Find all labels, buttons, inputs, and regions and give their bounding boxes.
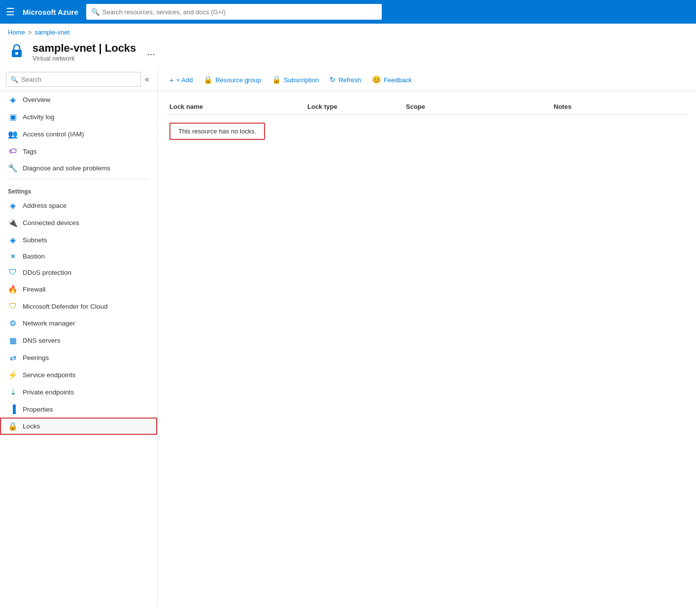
sidebar-item-label: Access control (IAM)	[23, 130, 84, 138]
global-search-input[interactable]	[102, 8, 377, 16]
col-lock-type: Lock type	[303, 103, 402, 110]
sidebar-item-locks[interactable]: 🔒 Locks	[0, 418, 157, 435]
toolbar: + + Add 🔒 Resource group 🔒 Subscription …	[158, 68, 696, 91]
sidebar-search-icon: 🔍	[10, 76, 18, 83]
service-endpoints-icon: ⚡	[8, 370, 18, 380]
page-title: sample-vnet | Locks	[33, 42, 136, 55]
sidebar-item-ddos-protection[interactable]: 🛡 DDoS protection	[0, 264, 157, 281]
no-locks-message: This resource has no locks.	[169, 123, 265, 140]
hamburger-menu[interactable]: ☰	[6, 6, 15, 18]
sidebar-item-connected-devices[interactable]: 🔌 Connected devices	[0, 214, 157, 231]
connected-devices-icon: 🔌	[8, 218, 18, 227]
sidebar-item-label: Address space	[23, 202, 66, 209]
breadcrumb-current[interactable]: sample-vnet	[34, 29, 69, 36]
breadcrumb: Home > sample-vnet	[0, 24, 696, 38]
col-lock-name: Lock name	[166, 103, 303, 110]
peerings-icon: ⇄	[8, 353, 18, 362]
refresh-icon: ↻	[330, 75, 336, 84]
breadcrumb-home[interactable]: Home	[8, 29, 25, 36]
sidebar-search-row: 🔍 «	[0, 68, 157, 91]
sidebar-item-diagnose[interactable]: 🔧 Diagnose and solve problems	[0, 160, 157, 177]
sidebar-item-label: DDoS protection	[23, 269, 71, 276]
add-icon: +	[169, 76, 174, 84]
sidebar-item-access-control[interactable]: 👥 Access control (IAM)	[0, 126, 157, 143]
sidebar-item-properties[interactable]: ▐ Properties	[0, 401, 157, 418]
resource-group-icon: 🔒	[203, 75, 213, 84]
private-endpoints-icon: ⇣	[8, 388, 18, 397]
sidebar-item-label: Service endpoints	[23, 371, 75, 379]
app-title: Microsoft Azure	[23, 8, 78, 16]
feedback-icon: 😊	[372, 75, 381, 84]
ms-defender-icon: 🛡	[8, 302, 18, 311]
col-scope: Scope	[402, 103, 550, 110]
sidebar-item-overview[interactable]: ◈ Overview	[0, 91, 157, 108]
sidebar-item-dns-servers[interactable]: ▦ DNS servers	[0, 332, 157, 349]
subnets-icon: ◈	[8, 235, 18, 245]
refresh-label: Refresh	[338, 76, 361, 84]
sidebar-item-label: Microsoft Defender for Cloud	[23, 303, 108, 310]
global-search-icon: 🔍	[91, 8, 99, 16]
ddos-icon: 🛡	[8, 268, 18, 277]
firewall-icon: 🔥	[8, 285, 18, 294]
sidebar-item-tags[interactable]: 🏷 Tags	[0, 143, 157, 160]
sidebar-item-label: Subnets	[23, 236, 47, 244]
diagnose-icon: 🔧	[8, 163, 18, 173]
sidebar-item-address-space[interactable]: ◈ Address space	[0, 197, 157, 214]
global-search-box[interactable]: 🔍	[86, 4, 382, 20]
page-header: sample-vnet | Locks Virtual network ...	[0, 38, 696, 68]
sidebar-item-label: Peerings	[23, 354, 49, 361]
sidebar: 🔍 « ◈ Overview ▣ Activity log 👥 Access c…	[0, 68, 158, 605]
sidebar-item-label: Locks	[23, 422, 40, 430]
sidebar-item-label: Diagnose and solve problems	[23, 164, 110, 172]
locks-icon: 🔒	[8, 421, 18, 431]
properties-icon: ▐	[8, 405, 18, 414]
add-label: + Add	[176, 76, 193, 84]
feedback-label: Feedback	[384, 76, 412, 84]
access-control-icon: 👥	[8, 130, 18, 139]
sidebar-item-peerings[interactable]: ⇄ Peerings	[0, 349, 157, 366]
col-notes: Notes	[550, 103, 688, 110]
sidebar-item-label: Bastion	[23, 253, 45, 260]
sidebar-search-box[interactable]: 🔍	[6, 72, 141, 87]
sidebar-item-private-endpoints[interactable]: ⇣ Private endpoints	[0, 384, 157, 401]
svg-rect-1	[15, 52, 18, 55]
page-header-text: sample-vnet | Locks Virtual network	[33, 42, 136, 62]
sidebar-item-subnets[interactable]: ◈ Subnets	[0, 231, 157, 249]
table-header: Lock name Lock type Scope Notes	[166, 99, 688, 115]
sidebar-item-label: DNS servers	[23, 337, 61, 344]
sidebar-item-label: Firewall	[23, 286, 46, 293]
table-area: Lock name Lock type Scope Notes This res…	[158, 91, 696, 140]
settings-section-label: Settings	[0, 181, 157, 197]
sidebar-item-label: Connected devices	[23, 219, 79, 227]
sidebar-item-label: Overview	[23, 96, 50, 103]
more-options-button[interactable]: ...	[147, 46, 155, 58]
dns-servers-icon: ▦	[8, 336, 18, 345]
subscription-button[interactable]: 🔒 Subscription	[268, 73, 323, 87]
sidebar-item-network-manager[interactable]: ⚙ Network manager	[0, 315, 157, 332]
sidebar-collapse-button[interactable]: «	[143, 74, 151, 85]
top-bar: ☰ Microsoft Azure 🔍	[0, 0, 696, 24]
overview-icon: ◈	[8, 95, 18, 104]
resource-group-button[interactable]: 🔒 Resource group	[199, 73, 265, 87]
sidebar-item-label: Activity log	[23, 113, 55, 121]
page-header-icon	[8, 42, 26, 60]
resource-group-label: Resource group	[215, 76, 261, 84]
sidebar-item-ms-defender[interactable]: 🛡 Microsoft Defender for Cloud	[0, 298, 157, 315]
breadcrumb-separator: >	[28, 29, 32, 36]
sidebar-item-label: Tags	[23, 148, 37, 155]
page-subtitle: Virtual network	[33, 55, 136, 62]
feedback-button[interactable]: 😊 Feedback	[368, 73, 416, 87]
bastion-icon: ✕	[8, 253, 18, 260]
sidebar-item-label: Network manager	[23, 320, 75, 327]
subscription-label: Subscription	[284, 76, 319, 84]
sidebar-search-input[interactable]	[21, 76, 136, 83]
sidebar-item-service-endpoints[interactable]: ⚡ Service endpoints	[0, 366, 157, 384]
sidebar-item-label: Private endpoints	[23, 389, 74, 396]
network-manager-icon: ⚙	[8, 319, 18, 328]
add-button[interactable]: + + Add	[166, 73, 197, 87]
sidebar-item-bastion[interactable]: ✕ Bastion	[0, 249, 157, 264]
sidebar-item-activity-log[interactable]: ▣ Activity log	[0, 108, 157, 126]
refresh-button[interactable]: ↻ Refresh	[326, 73, 365, 87]
content-area: + + Add 🔒 Resource group 🔒 Subscription …	[158, 68, 696, 605]
sidebar-item-firewall[interactable]: 🔥 Firewall	[0, 281, 157, 298]
